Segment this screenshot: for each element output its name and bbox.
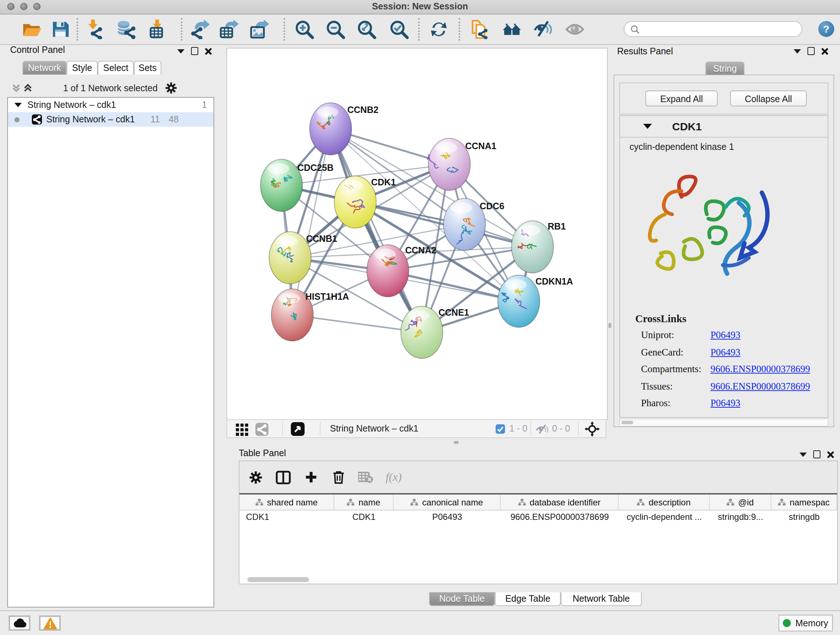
zoom-out-icon[interactable] [324, 19, 346, 40]
export-table-icon[interactable] [218, 19, 240, 40]
panel-close-icon[interactable] [821, 48, 829, 55]
crosslink-link[interactable]: P06493 [711, 397, 741, 409]
open-file-icon[interactable] [20, 19, 42, 40]
node-label-CDC6: CDC6 [480, 201, 504, 211]
import-table-icon[interactable] [146, 19, 168, 40]
houses-icon[interactable] [501, 19, 523, 40]
close-window-icon[interactable] [7, 3, 14, 10]
column-header-canonical-name[interactable]: canonical name [393, 494, 501, 510]
tree-expand-icon[interactable] [14, 103, 22, 107]
tab-edge-table[interactable]: Edge Table [495, 592, 561, 606]
show-columns-icon[interactable] [276, 470, 291, 485]
export-image-icon[interactable] [248, 19, 270, 40]
node-highlight [436, 142, 457, 153]
add-column-icon[interactable] [303, 470, 318, 485]
network-row-selected[interactable]: String Network – cdk1 11 48 [8, 112, 213, 127]
entry-header[interactable]: CDK1 [620, 116, 828, 138]
crosslink-link[interactable]: P06493 [711, 347, 741, 358]
import-network-icon[interactable] [83, 19, 105, 40]
panel-menu-icon[interactable] [177, 49, 185, 53]
node-highlight [408, 310, 430, 321]
node-highlight [268, 163, 289, 174]
tab-network-table[interactable]: Network Table [561, 592, 642, 606]
gear-icon[interactable] [165, 82, 177, 94]
zoom-selected-icon[interactable] [388, 19, 409, 40]
vertical-splitter-handle[interactable] [608, 323, 611, 328]
collapse-all-icon[interactable] [11, 83, 21, 93]
expand-all-button[interactable]: Expand All [645, 90, 718, 106]
results-hscrollbar[interactable] [619, 418, 829, 426]
panel-close-icon[interactable] [827, 451, 834, 458]
import-database-icon[interactable] [115, 19, 137, 40]
tab-node-table[interactable]: Node Table [429, 592, 495, 606]
collapse-all-button[interactable]: Collapse All [730, 90, 807, 106]
search-input[interactable] [643, 22, 798, 37]
node-highlight [519, 225, 540, 236]
memory-button[interactable]: Memory [778, 615, 833, 631]
table-row[interactable]: CDK1CDK1P064939606.ENSP00000378699cyclin… [240, 510, 837, 524]
column-header-namespac[interactable]: namespac [771, 494, 837, 510]
table-cell[interactable]: cyclin-dependent ... [619, 510, 710, 524]
horizontal-splitter-handle[interactable] [454, 441, 459, 444]
refresh-layout-icon[interactable] [428, 19, 449, 40]
help-button[interactable]: ? [818, 21, 834, 37]
delete-column-trash-icon[interactable] [331, 470, 346, 485]
grid-view-icon[interactable] [236, 423, 248, 435]
panel-menu-icon[interactable] [799, 452, 807, 456]
cloud-button[interactable] [9, 616, 30, 631]
protein-structure-image [640, 171, 785, 289]
tab-select[interactable]: Select [98, 61, 134, 74]
crosslink-link[interactable]: 9606.ENSP00000378699 [711, 363, 810, 375]
edge-CCNB2-CCNE1[interactable] [331, 129, 422, 333]
table-hscrollbar[interactable] [241, 577, 836, 582]
table-cell[interactable]: 9606.ENSP00000378699 [501, 510, 619, 524]
entry-collapse-icon[interactable] [643, 124, 652, 129]
table-cell[interactable]: P06493 [393, 510, 501, 524]
table-cell[interactable]: stringdb [771, 510, 837, 524]
network-graph[interactable]: CCNB2CCNA1CDC25BCDK1CDC6RB1CCNB1CCNA2CDK… [227, 49, 607, 419]
tab-network[interactable]: Network [22, 61, 66, 74]
birds-eye-view-icon[interactable] [291, 422, 305, 436]
column-header-database-identifier[interactable]: database identifier [501, 494, 619, 510]
edge-CCNB2-HIST1H1A[interactable] [292, 129, 331, 315]
tab-string[interactable]: String [706, 62, 745, 75]
warnings-button[interactable] [39, 616, 61, 631]
entry-description: cyclin-dependent kinase 1 [630, 142, 734, 152]
tab-sets[interactable]: Sets [134, 61, 161, 74]
fit-content-icon[interactable] [584, 421, 600, 437]
network-list-view-icon[interactable] [256, 423, 268, 436]
panel-float-icon[interactable] [191, 47, 198, 55]
column-header-description[interactable]: description [619, 494, 710, 510]
export-network-icon[interactable] [189, 19, 210, 40]
table-settings-gear-icon[interactable] [248, 470, 264, 485]
column-header-name[interactable]: name [334, 494, 393, 510]
zoom-fit-icon[interactable] [355, 19, 377, 40]
table-cell[interactable]: CDK1 [240, 510, 334, 524]
table-cell[interactable]: CDK1 [334, 510, 393, 524]
network-view-canvas[interactable]: CCNB2CCNA1CDC25BCDK1CDC6RB1CCNB1CCNA2CDK… [226, 48, 608, 420]
tab-style[interactable]: Style [66, 61, 98, 74]
save-session-icon[interactable] [49, 19, 71, 40]
table-cell[interactable]: stringdb:9... [710, 510, 771, 524]
panel-close-icon[interactable] [205, 48, 212, 55]
panel-float-icon[interactable] [807, 47, 815, 55]
string-results-box: Expand All Collapse All CDK1 cyclin-depe… [614, 74, 834, 427]
panel-float-icon[interactable] [813, 450, 821, 458]
column-header--id[interactable]: @id [710, 494, 771, 510]
search-box[interactable] [624, 21, 802, 37]
network-collection-row[interactable]: String Network – cdk1 1 [8, 98, 213, 112]
panel-menu-icon[interactable] [794, 49, 801, 53]
selected-checkbox-icon[interactable] [496, 424, 505, 434]
documents-share-icon[interactable] [469, 19, 491, 40]
node-highlight [505, 279, 527, 290]
zoom-in-icon[interactable] [293, 19, 315, 40]
title-bar[interactable]: Session: New Session [0, 0, 840, 14]
hide-graphics-icon[interactable] [532, 19, 554, 40]
crosslink-link[interactable]: 9606.ENSP00000378699 [711, 380, 810, 392]
column-header-shared-name[interactable]: shared name [240, 494, 334, 510]
show-graphics-icon[interactable] [564, 19, 585, 40]
minimize-window-icon[interactable] [20, 3, 27, 10]
maximize-window-icon[interactable] [33, 3, 41, 10]
crosslink-link[interactable]: P06493 [711, 329, 741, 341]
expand-all-icon[interactable] [23, 83, 33, 93]
